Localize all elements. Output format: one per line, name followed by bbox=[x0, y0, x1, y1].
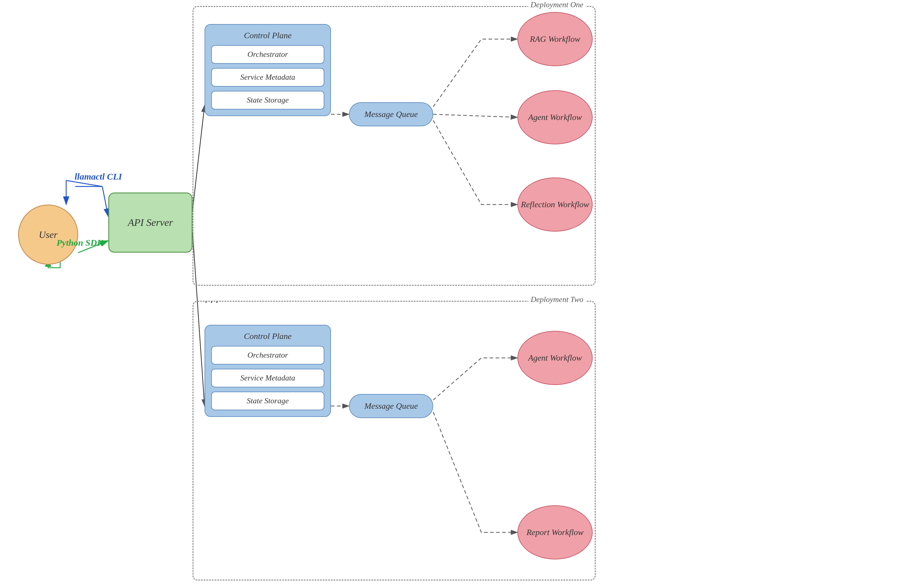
control-plane-two: Control Plane Orchestrator Service Metad… bbox=[205, 325, 331, 417]
user-label: User bbox=[39, 229, 57, 240]
control-plane-one-title: Control Plane bbox=[211, 31, 324, 40]
mq2-label: Message Queue bbox=[364, 401, 418, 411]
message-queue-two: Message Queue bbox=[349, 394, 433, 418]
deployment-two-label: Deployment Two bbox=[528, 295, 586, 304]
report-workflow-ellipse: Report Workflow bbox=[517, 505, 593, 560]
cp2-state-storage: State Storage bbox=[211, 392, 324, 410]
reflection-workflow-ellipse: Reflection Workflow bbox=[517, 177, 593, 232]
agent-workflow-1-ellipse: Agent Workflow bbox=[517, 90, 593, 144]
python-sdk-label: Python SDK bbox=[57, 238, 103, 248]
api-server-box: API Server bbox=[108, 193, 193, 253]
cp1-state-storage: State Storage bbox=[211, 91, 324, 109]
cp1-orchestrator: Orchestrator bbox=[211, 45, 324, 64]
mq1-label: Message Queue bbox=[364, 109, 418, 119]
llamactl-cli-label: llamactl CLI bbox=[74, 171, 122, 182]
reflection-workflow-label: Reflection Workflow bbox=[521, 200, 589, 209]
agent-workflow-2-ellipse: Agent Workflow bbox=[517, 331, 593, 385]
cp2-orchestrator: Orchestrator bbox=[211, 346, 324, 365]
user-circle: User bbox=[18, 204, 78, 265]
cp2-service-metadata: Service Metadata bbox=[211, 369, 324, 387]
diagram-container: User llamactl CLI Python SDK API Server … bbox=[0, 0, 904, 588]
deployment-one-label: Deployment One bbox=[528, 0, 586, 9]
control-plane-one: Control Plane Orchestrator Service Metad… bbox=[205, 24, 331, 116]
message-queue-one: Message Queue bbox=[349, 102, 433, 126]
agent-workflow-2-label: Agent Workflow bbox=[528, 353, 582, 363]
cp1-service-metadata: Service Metadata bbox=[211, 68, 324, 87]
api-server-label: API Server bbox=[128, 217, 173, 228]
control-plane-two-title: Control Plane bbox=[211, 332, 324, 341]
rag-workflow-label: RAG Workflow bbox=[530, 34, 580, 44]
agent-workflow-1-label: Agent Workflow bbox=[528, 112, 582, 122]
rag-workflow-ellipse: RAG Workflow bbox=[517, 12, 593, 66]
report-workflow-label: Report Workflow bbox=[526, 528, 584, 537]
